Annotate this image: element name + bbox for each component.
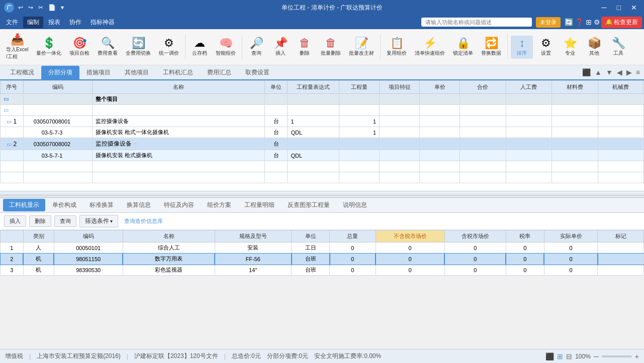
refresh-icon[interactable]: 🔄 — [565, 18, 573, 26]
bottom-tab-reverse-check[interactable]: 反查图形工程量 — [282, 199, 336, 211]
bottom-table-row[interactable]: 1 人 00050101 综合人工 安装 工日 0 0 0 0 0 — [1, 243, 644, 254]
help-icon[interactable]: ❓ — [575, 18, 584, 26]
tool-fee-check[interactable]: 🔍 费用查看 — [95, 36, 121, 59]
tool-replace-data[interactable]: 🔁 替换数据 — [478, 36, 504, 59]
view-split-icon[interactable]: ⊟ — [566, 352, 572, 360]
bottom-tab-qty-detail[interactable]: 工程量明细 — [238, 199, 281, 211]
tab-measures[interactable]: 措施项目 — [79, 66, 118, 79]
zoom-slider[interactable] — [602, 355, 632, 357]
row-untax-price: 0 — [376, 243, 444, 254]
grid-icon[interactable]: ⊞ — [586, 18, 592, 26]
tab-menu-icon[interactable]: ≡ — [635, 67, 641, 77]
menu-edit[interactable]: 编制 — [23, 17, 43, 28]
tool-query[interactable]: 🔎 查询 — [245, 36, 267, 59]
search-input[interactable] — [421, 18, 532, 27]
tool-quick-group[interactable]: ⚡ 清单快速组价 — [412, 36, 448, 59]
tool-full-fee[interactable]: 🔄 全费用切换 — [123, 36, 154, 59]
tab-overview[interactable]: 工程概况 — [3, 66, 41, 79]
ellipsis-btn[interactable]: ··· — [133, 141, 137, 147]
table-row[interactable]: ▭ 2 030507008002 监控摄像设备 ··· 台 — [1, 138, 644, 150]
tool-smart-group[interactable]: 🧠 智能组价 — [213, 36, 239, 59]
table-row[interactable] — [1, 161, 644, 172]
title-bar: 广 ↩ ↪ ✂ 📄 ▾ 单位工程 - 清单计价 - 广联达预算计价 ─ □ ✕ — [0, 0, 644, 15]
table-row[interactable]: 03-5-7-1 摄像机安装 枪式摄像机 台 QDL — [1, 150, 644, 161]
tab-up-icon[interactable]: ▲ — [594, 67, 603, 77]
bottom-tab-calc-info[interactable]: 换算信息 — [121, 199, 157, 211]
bottom-table-row[interactable]: 3 机 98390530 彩色监视器 14″ 台班 0 0 0 0 0 — [1, 265, 644, 276]
copy-btn[interactable]: 📄 — [46, 3, 58, 12]
more-btn[interactable]: ▾ — [59, 3, 66, 12]
login-button[interactable]: 未登录 — [536, 17, 561, 28]
table-row[interactable] — [1, 172, 644, 183]
tool-batch-delete[interactable]: 🗑 批量删除 — [318, 36, 344, 59]
expand-icon[interactable]: ▭ — [4, 96, 9, 102]
tab-parts[interactable]: 分部分项 — [41, 66, 79, 79]
expand-icon[interactable]: ▭ — [7, 118, 12, 125]
query-price-link[interactable]: 查询造价信息库 — [121, 216, 166, 226]
table-row[interactable]: ▭ 整个项目 — [1, 94, 644, 105]
row-actual-price: 0 — [544, 243, 598, 254]
bottom-table-row[interactable]: 2 机 98051150 数字万用表 FF-56 台班 0 0 0 0 0 — [1, 254, 644, 265]
tool-insert[interactable]: 📌 插入 — [269, 36, 292, 59]
redo-btn[interactable]: ↪ — [26, 3, 35, 12]
tab-resources[interactable]: 工料机汇总 — [156, 66, 200, 79]
zoom-out-icon[interactable]: ─ — [594, 352, 599, 360]
tool-special[interactable]: ⭐ 专业 — [559, 36, 581, 59]
maximize-btn[interactable]: □ — [614, 3, 624, 13]
menu-report[interactable]: 报表 — [44, 17, 64, 28]
table-row[interactable]: ▭ 1 030507008001 监控摄像设备 台 1 1 — [1, 116, 644, 127]
menu-collaborate[interactable]: 协作 — [65, 17, 85, 28]
tab-prev-icon[interactable]: ◀ — [616, 67, 623, 77]
tool-all-in-one[interactable]: 💲 量价一体化 — [33, 36, 64, 59]
row-code: 030507008001 — [23, 116, 92, 127]
tool-cloud-archive[interactable]: ☁ 云存档 — [189, 36, 211, 59]
row-code: 03-5-7-1 — [23, 150, 92, 161]
tool-delete[interactable]: 🗑 删除 — [294, 36, 316, 59]
tab-collapse-icon[interactable]: ⬛ — [581, 67, 592, 77]
undo-btn[interactable]: ↩ — [16, 3, 25, 12]
tab-fee-settings[interactable]: 取费设置 — [238, 66, 277, 79]
bottom-tab-description[interactable]: 说明信息 — [337, 199, 373, 211]
tool-project-check[interactable]: 🎯 项目自检 — [66, 36, 93, 59]
bottom-tab-standard-calc[interactable]: 标准换算 — [83, 199, 120, 211]
row-mat — [552, 127, 598, 138]
view-single-icon[interactable]: ⬛ — [545, 352, 554, 360]
bottom-tab-group-plan[interactable]: 组价方案 — [201, 199, 237, 211]
tool-batch-change[interactable]: 📝 批量改主材 — [346, 36, 377, 59]
tool-settings[interactable]: ⚙ 设置 — [535, 36, 557, 59]
tool-tools[interactable]: 🔧 工具 — [607, 36, 629, 59]
update-button[interactable]: 🔔 检查更新 — [601, 17, 642, 28]
settings-icon[interactable]: ⚙ — [594, 18, 600, 26]
table-row[interactable]: ▭ — [1, 105, 644, 116]
window-controls[interactable]: ─ □ ✕ — [599, 3, 640, 13]
bottom-tab-features[interactable]: 特征及内容 — [158, 199, 200, 211]
bottom-tab-resources[interactable]: 工料机显示 — [3, 199, 45, 211]
tool-lock-list[interactable]: 🔒 锁定清单 — [450, 36, 476, 59]
bottom-filter-btn[interactable]: 筛选条件 ▾ — [79, 215, 118, 227]
tool-reuse-group[interactable]: 📋 复用组价 — [384, 36, 410, 59]
tab-fee-summary[interactable]: 费用汇总 — [200, 66, 238, 79]
expand-icon[interactable]: ▭ — [4, 107, 9, 113]
zoom-in-icon[interactable]: + — [635, 352, 639, 360]
tool-unified-adjust[interactable]: ⚙ 统一调价 — [156, 36, 182, 59]
horizontal-scrollbar[interactable] — [0, 191, 644, 195]
minimize-btn[interactable]: ─ — [599, 3, 610, 13]
bottom-delete-btn[interactable]: 删除 — [29, 215, 51, 227]
cut-btn[interactable]: ✂ — [36, 3, 45, 12]
expand-icon[interactable]: ▭ — [7, 141, 12, 147]
bottom-tab-unit-price[interactable]: 单价构成 — [46, 199, 82, 211]
tab-next-icon[interactable]: ▶ — [625, 67, 633, 77]
close-btn[interactable]: ✕ — [628, 3, 640, 13]
tab-down-icon[interactable]: ▼ — [605, 67, 614, 77]
view-grid-icon[interactable]: ⊞ — [557, 352, 563, 360]
tab-other-items[interactable]: 其他项目 — [118, 66, 156, 79]
tool-sort[interactable]: ↕ 排序 — [511, 36, 533, 59]
bottom-insert-btn[interactable]: 插入 — [4, 215, 26, 227]
bottom-query-btn[interactable]: 查询 — [54, 215, 76, 227]
menu-indicator[interactable]: 指标神器 — [86, 17, 119, 28]
row-unit: 台班 — [292, 254, 330, 265]
tool-import-excel[interactable]: 📥 导入Excel/工程 — [3, 32, 31, 62]
menu-file[interactable]: 文件 — [2, 17, 22, 28]
table-row[interactable]: 03-5-7-3 摄像机安装 枪式一体化摄像机 台 QDL 1 — [1, 127, 644, 138]
tool-other[interactable]: 📦 其他 — [583, 36, 605, 59]
